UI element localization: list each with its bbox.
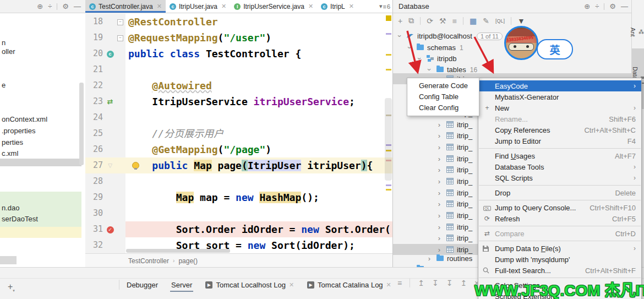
- sync-settings-icon[interactable]: ⚒: [439, 17, 446, 25]
- project-tree-item[interactable]: oller: [2, 47, 15, 56]
- autowired-icon[interactable]: ⇄: [107, 97, 113, 106]
- menu-item-drop[interactable]: DropDelete: [478, 187, 641, 198]
- chevron-right-icon[interactable]: ›: [436, 177, 443, 186]
- code-line[interactable]: 25 //分页展示用户: [85, 126, 392, 142]
- query-console-icon[interactable]: [QL]: [495, 18, 505, 24]
- code-line[interactable]: 29 Map map = new HashMap();: [85, 189, 392, 205]
- chevron-down-icon[interactable]: ›: [416, 55, 424, 62]
- menu-item-dump-with-mysqldump-[interactable]: Dump with 'mysqldump': [478, 254, 641, 265]
- menu-item-jump-to-query-console-[interactable]: QLJump to Query Console...Ctrl+Shift+F10: [478, 202, 641, 213]
- gutter[interactable]: 32: [85, 237, 125, 253]
- settings-icon[interactable]: ⚙: [62, 2, 69, 10]
- gutter[interactable]: 21: [85, 62, 125, 78]
- collapse-all-icon[interactable]: ÷: [48, 2, 52, 10]
- menu-item-refresh[interactable]: ⟳RefreshCtrl+F5: [478, 213, 641, 224]
- breadcrumb-item[interactable]: TestController: [128, 257, 169, 265]
- code-line[interactable]: 19−@RequestMapping("/user"): [85, 30, 392, 46]
- menu-item-find-usages[interactable]: Find UsagesAlt+F7: [478, 150, 641, 161]
- menu-item-jump-to-editor[interactable]: Jump to EditorF4: [478, 135, 641, 146]
- copy-icon[interactable]: ⧉: [408, 16, 414, 25]
- stop-icon[interactable]: ■: [452, 17, 456, 25]
- gutter[interactable]: 18−: [85, 14, 125, 30]
- gutter[interactable]: 19−: [85, 30, 125, 46]
- code-line[interactable]: 18−@RestController: [85, 14, 392, 30]
- add-icon[interactable]: +: [398, 17, 402, 25]
- fold-icon[interactable]: −: [117, 19, 123, 25]
- locate-icon[interactable]: ⊕: [37, 2, 43, 10]
- code-line[interactable]: 27▽ public Map page(ItripUser itripUser)…: [85, 157, 392, 173]
- project-tree-item[interactable]: n: [2, 39, 6, 47]
- code-line[interactable]: 23⇄ ItripUserService itripUserService;: [85, 94, 392, 110]
- close-icon[interactable]: ✕: [221, 3, 226, 10]
- hide-icon[interactable]: —: [621, 2, 628, 10]
- chevron-down-icon[interactable]: ›: [396, 32, 404, 39]
- scroll-down-icon[interactable]: ↧: [432, 279, 439, 287]
- editor-tab-testcontroller-java[interactable]: cTestController.java✕: [85, 0, 166, 13]
- project-tree-item[interactable]: perties: [2, 138, 23, 146]
- gutter[interactable]: 24: [85, 110, 125, 126]
- chevron-right-icon[interactable]: ›: [436, 121, 443, 129]
- table-view-icon[interactable]: ▦: [470, 17, 477, 25]
- scroll-top-icon[interactable]: ↥: [460, 279, 467, 287]
- refresh-icon[interactable]: ⟳: [427, 17, 433, 25]
- gutter[interactable]: 30: [85, 205, 125, 221]
- gutter[interactable]: 29: [85, 189, 125, 205]
- project-tree-item[interactable]: .properties: [2, 127, 35, 135]
- chevron-right-icon[interactable]: ›: [436, 143, 443, 151]
- project-vscrollbar[interactable]: [79, 83, 84, 165]
- edit-icon[interactable]: ✎: [483, 17, 489, 25]
- chevron-right-icon[interactable]: ›: [436, 189, 443, 197]
- menu-item-new[interactable]: +New›: [478, 102, 641, 113]
- gutter[interactable]: 28: [85, 173, 125, 189]
- chevron-right-icon[interactable]: ›: [436, 200, 443, 208]
- close-icon[interactable]: ✕: [386, 281, 391, 289]
- code-line[interactable]: 20cpublic class TestController {: [85, 46, 392, 62]
- close-icon[interactable]: ✕: [308, 3, 313, 10]
- menu-item-easycode[interactable]: EasyCode›: [478, 80, 641, 91]
- editor-tab-itripl[interactable]: cItripL✕: [317, 0, 358, 13]
- code-line[interactable]: 26 @GetMapping("/page"): [85, 142, 392, 157]
- code-line[interactable]: 21: [85, 62, 392, 78]
- gutter[interactable]: 25: [85, 126, 125, 142]
- code-line[interactable]: 22 @Autowired: [85, 78, 392, 94]
- hidden-tabs-indicator[interactable]: ▾ ≡ 6: [379, 0, 392, 13]
- project-hscrollbar[interactable]: [0, 256, 17, 264]
- project-tree-item[interactable]: onContext.xml: [2, 115, 47, 123]
- breadcrumb-item[interactable]: page(): [178, 257, 198, 265]
- menu-item-copy-references[interactable]: Copy ReferencesCtrl+Alt+Shift+C: [478, 124, 641, 135]
- submenu-item-generate-code[interactable]: Generate Code: [407, 80, 479, 91]
- code-line[interactable]: 24: [85, 110, 392, 126]
- gutter[interactable]: 20c: [85, 46, 125, 62]
- project-tree-item[interactable]: n.dao: [2, 204, 20, 212]
- submenu-item-clear-config[interactable]: Clear Config: [407, 102, 479, 113]
- menu-item-database-tools[interactable]: Database Tools›: [478, 161, 641, 172]
- close-icon[interactable]: ✕: [289, 281, 294, 289]
- scroll-end-icon[interactable]: ↧: [446, 279, 453, 287]
- chevron-right-icon[interactable]: ›: [436, 223, 443, 231]
- editor-hscrollbar[interactable]: [126, 249, 230, 253]
- gutter[interactable]: 23⇄: [85, 94, 125, 110]
- fold-icon[interactable]: −: [117, 35, 123, 41]
- menu-item-sql-scripts[interactable]: SQL Scripts›: [478, 172, 641, 183]
- scroll-up-icon[interactable]: ↥: [418, 279, 424, 287]
- chevron-right-icon[interactable]: ›: [436, 166, 443, 174]
- menu-item-mybatisx-generator[interactable]: MybatisX-Generator: [478, 91, 641, 102]
- project-selected-row[interactable]: [0, 159, 81, 166]
- code-area[interactable]: 18−@RestController19−@RequestMapping("/u…: [85, 14, 392, 253]
- settings-icon[interactable]: ⚙: [609, 2, 616, 10]
- chevron-down-icon[interactable]: ›: [406, 44, 414, 51]
- toolwindow-tab-ant[interactable]: ⁂ Ant: [632, 14, 644, 47]
- bottom-tab-debugger[interactable]: Debugger: [125, 279, 159, 291]
- project-tree-item[interactable]: serDaoTest: [2, 215, 38, 223]
- gutter[interactable]: 27▽: [85, 157, 125, 173]
- gutter[interactable]: 31✓: [85, 221, 125, 237]
- close-icon[interactable]: ✕: [349, 3, 354, 10]
- project-tree-item[interactable]: e: [2, 81, 6, 89]
- error-stripe[interactable]: [384, 14, 392, 267]
- code-line[interactable]: 31✓ Sort.Order idOrder = new Sort.Order(: [85, 221, 392, 237]
- locate-icon[interactable]: ⊕: [584, 2, 590, 10]
- options-menu-icon[interactable]: ≡: [397, 279, 402, 287]
- chevron-right-icon[interactable]: ›: [426, 254, 433, 263]
- chevron-down-icon[interactable]: ›: [425, 66, 434, 73]
- editor-vscrollbar[interactable]: [385, 98, 392, 181]
